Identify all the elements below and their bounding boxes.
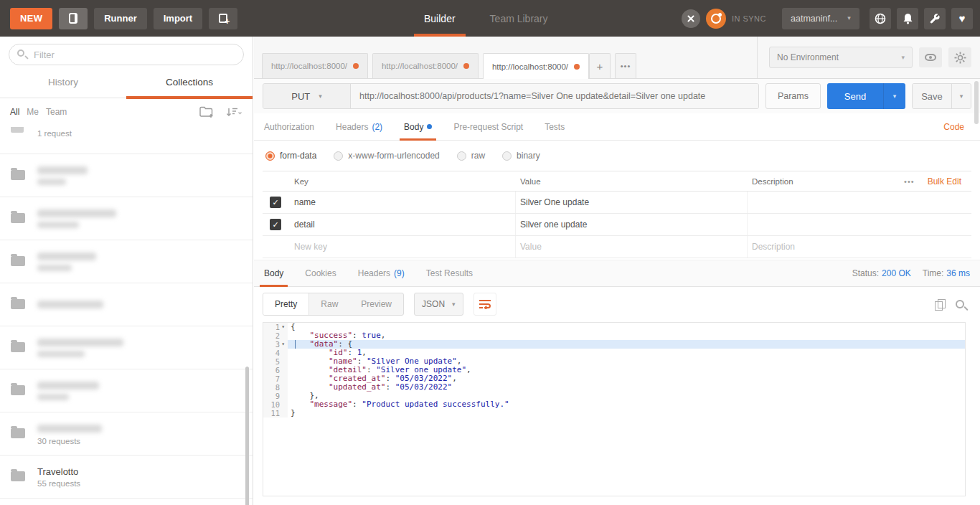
favorites-button[interactable]: ♥	[951, 8, 973, 29]
row-value-input[interactable]: Silver One update	[516, 192, 748, 213]
list-item[interactable]: 1 request	[0, 126, 253, 154]
send-button[interactable]: Send	[827, 83, 883, 109]
new-window-button[interactable]	[209, 8, 237, 29]
user-menu[interactable]: aatmaninf... ▾	[782, 8, 859, 29]
environment-settings-button[interactable]	[948, 47, 971, 67]
list-item[interactable]	[0, 369, 253, 412]
list-item[interactable]: 30 requests	[0, 412, 253, 456]
sort-icon[interactable]	[227, 107, 242, 117]
json-punctuation: ,	[452, 374, 457, 383]
params-button[interactable]: Params	[765, 83, 821, 109]
fold-caret-icon[interactable]: ▾	[281, 340, 285, 349]
tab-label: Pre-request Script	[453, 122, 523, 132]
request-tab-headers[interactable]: Headers(2)	[336, 113, 382, 141]
request-tab-tests[interactable]: Tests	[545, 113, 565, 141]
tab-overflow-button[interactable]: •••	[615, 53, 636, 78]
response-body-editor[interactable]: 1▾{2 "success": true,3▾ "data": {4 "id":…	[263, 322, 966, 496]
list-item[interactable]	[0, 283, 253, 326]
request-tab-body[interactable]: Body	[404, 113, 432, 141]
tab-history[interactable]: History	[0, 67, 126, 98]
body-type-binary[interactable]: binary	[502, 151, 540, 161]
bulk-edit-link[interactable]: Bulk Edit	[928, 176, 961, 187]
scope-all[interactable]: All	[10, 107, 19, 117]
environment-select[interactable]: No Environment ▾	[769, 47, 913, 68]
environment-preview-button[interactable]	[919, 47, 942, 67]
view-raw[interactable]: Raw	[309, 293, 349, 315]
radio-icon	[457, 151, 466, 161]
import-button[interactable]: Import	[154, 8, 202, 29]
scope-team[interactable]: Team	[46, 107, 67, 117]
list-item[interactable]	[0, 326, 253, 369]
fold-caret-icon[interactable]: ▾	[281, 323, 285, 331]
row-description-input[interactable]	[748, 214, 971, 235]
checkbox-checked-icon[interactable]: ✓	[270, 197, 281, 208]
code-link[interactable]: Code	[943, 122, 964, 132]
tab-collections[interactable]: Collections	[126, 67, 253, 98]
json-key: "message"	[310, 400, 353, 409]
table-more-button[interactable]: •••	[904, 177, 915, 186]
filter-input[interactable]	[9, 44, 244, 65]
list-item[interactable]	[0, 197, 253, 240]
url-tab-2[interactable]: http://localhost:8000/	[372, 53, 479, 78]
list-item[interactable]	[0, 240, 253, 283]
capture-requests-button[interactable]	[682, 9, 700, 28]
settings-button[interactable]	[924, 8, 946, 29]
table-row[interactable]: ✓detailSilver one update	[263, 214, 971, 236]
new-key-input[interactable]: New key	[291, 236, 516, 258]
main-scrollbar[interactable]	[974, 81, 979, 124]
copy-icon[interactable]	[935, 299, 944, 310]
notifications-button[interactable]	[897, 8, 918, 29]
redacted-collection-sub	[37, 394, 69, 400]
tab-team-library[interactable]: Team Library	[486, 0, 552, 37]
table-row[interactable]: ✓nameSilver One update	[263, 192, 971, 214]
new-folder-icon[interactable]	[199, 106, 214, 118]
url-tab-3[interactable]: http://localhost:8000/	[483, 53, 589, 79]
save-options-button[interactable]: ▾	[951, 84, 971, 108]
folder-icon	[11, 170, 25, 180]
row-value-input[interactable]: Silver one update	[516, 214, 748, 235]
response-tab-cookies[interactable]: Cookies	[305, 260, 336, 287]
method-select[interactable]: PUT ▾	[263, 84, 351, 108]
send-options-button[interactable]: ▾	[883, 83, 905, 109]
folder-icon	[11, 299, 25, 309]
body-type-radios: form-datax-www-form-urlencodedrawbinary	[254, 141, 980, 171]
response-tab-body[interactable]: Body	[264, 260, 283, 287]
tab-builder[interactable]: Builder	[420, 0, 460, 37]
url-tab-1[interactable]: http://localhost:8000/	[262, 53, 368, 78]
row-description-input[interactable]	[748, 192, 971, 213]
view-preview[interactable]: Preview	[349, 293, 403, 315]
sync-status-button[interactable]	[706, 9, 726, 29]
request-tab-authorization[interactable]: Authorization	[264, 113, 314, 141]
row-key-input[interactable]: name	[291, 192, 516, 213]
request-tab-pre-request-script[interactable]: Pre-request Script	[453, 113, 523, 141]
collections-scope-row: All Me Team	[0, 98, 253, 126]
new-button[interactable]: NEW	[10, 8, 52, 29]
search-icon[interactable]	[956, 300, 964, 308]
list-item[interactable]	[0, 154, 253, 197]
checkbox-checked-icon[interactable]: ✓	[270, 219, 281, 230]
sidebar-scrollbar[interactable]	[245, 367, 249, 505]
list-item[interactable]: Travelotto55 requests	[0, 456, 253, 499]
response-tab-headers[interactable]: Headers(9)	[358, 260, 405, 287]
format-select[interactable]: JSON ▾	[414, 293, 463, 316]
filter-container	[9, 44, 244, 65]
url-input[interactable]	[351, 84, 758, 108]
body-type-form-data[interactable]: form-data	[265, 151, 316, 161]
body-type-x-www-form-urlencoded[interactable]: x-www-form-urlencoded	[334, 151, 439, 161]
new-value-input[interactable]: Value	[516, 236, 748, 258]
new-request-tab-button[interactable]: +	[589, 53, 611, 78]
runner-button[interactable]: Runner	[94, 8, 147, 29]
save-button-group: Save ▾	[912, 83, 971, 109]
row-key-input[interactable]: detail	[291, 214, 516, 235]
wrap-lines-button[interactable]	[473, 293, 496, 316]
new-description-input[interactable]: Description	[748, 236, 971, 258]
response-tab-test-results[interactable]: Test Results	[426, 260, 473, 287]
sidebar-toggle-button[interactable]	[59, 8, 88, 29]
browse-button[interactable]	[870, 8, 891, 29]
json-punctuation: :	[385, 382, 395, 392]
scope-me[interactable]: Me	[27, 107, 39, 117]
body-type-raw[interactable]: raw	[457, 151, 485, 161]
time-badge: Time:36 ms	[923, 268, 970, 278]
view-pretty[interactable]: Pretty	[263, 293, 309, 315]
save-button[interactable]: Save	[913, 84, 951, 108]
